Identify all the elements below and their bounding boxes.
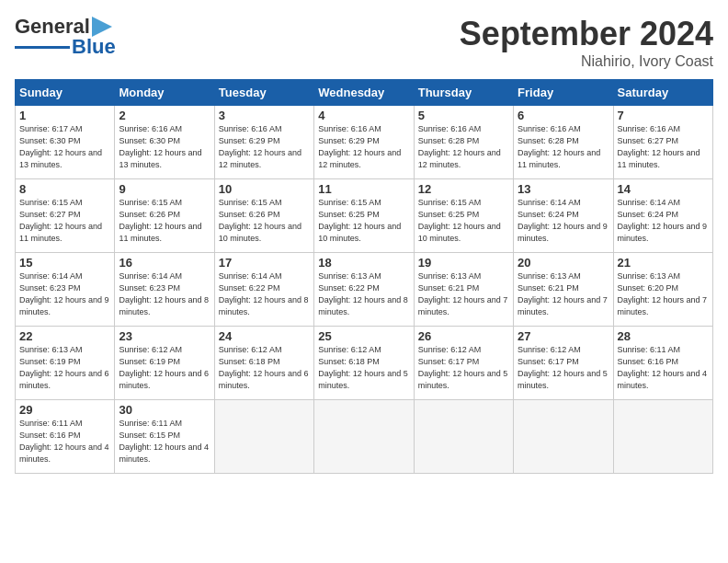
day-info: Sunrise: 6:12 AMSunset: 6:18 PMDaylight:… <box>219 344 310 392</box>
day-number: 20 <box>518 256 609 270</box>
day-number: 22 <box>19 329 110 343</box>
day-cell: 13Sunrise: 6:14 AMSunset: 6:24 PMDayligh… <box>514 179 613 253</box>
day-cell: 25Sunrise: 6:12 AMSunset: 6:18 PMDayligh… <box>314 327 414 400</box>
col-header-sunday: Sunday <box>16 80 115 106</box>
day-number: 14 <box>618 182 709 196</box>
day-info: Sunrise: 6:15 AMSunset: 6:27 PMDaylight:… <box>19 197 110 245</box>
day-number: 16 <box>119 256 210 270</box>
day-info: Sunrise: 6:13 AMSunset: 6:20 PMDaylight:… <box>618 270 709 318</box>
day-cell: 5Sunrise: 6:16 AMSunset: 6:28 PMDaylight… <box>414 106 513 179</box>
day-info: Sunrise: 6:16 AMSunset: 6:28 PMDaylight:… <box>518 123 609 171</box>
week-row-3: 15Sunrise: 6:14 AMSunset: 6:23 PMDayligh… <box>16 253 713 327</box>
day-number: 5 <box>418 109 509 122</box>
day-cell <box>613 400 712 474</box>
day-cell: 26Sunrise: 6:12 AMSunset: 6:17 PMDayligh… <box>414 327 513 400</box>
day-number: 7 <box>618 109 709 122</box>
day-cell: 21Sunrise: 6:13 AMSunset: 6:20 PMDayligh… <box>613 253 712 327</box>
day-info: Sunrise: 6:11 AMSunset: 6:16 PMDaylight:… <box>618 344 709 392</box>
day-cell <box>314 400 414 474</box>
day-info: Sunrise: 6:13 AMSunset: 6:22 PMDaylight:… <box>318 270 409 318</box>
day-info: Sunrise: 6:15 AMSunset: 6:25 PMDaylight:… <box>318 197 409 245</box>
day-info: Sunrise: 6:15 AMSunset: 6:26 PMDaylight:… <box>219 197 310 245</box>
day-cell <box>414 400 513 474</box>
day-cell: 16Sunrise: 6:14 AMSunset: 6:23 PMDayligh… <box>115 253 214 327</box>
day-number: 27 <box>518 329 609 343</box>
day-info: Sunrise: 6:12 AMSunset: 6:18 PMDaylight:… <box>318 344 409 392</box>
day-info: Sunrise: 6:16 AMSunset: 6:29 PMDaylight:… <box>318 123 409 171</box>
day-number: 24 <box>219 329 310 343</box>
day-number: 28 <box>618 329 709 343</box>
day-number: 6 <box>518 109 609 122</box>
day-cell: 9Sunrise: 6:15 AMSunset: 6:26 PMDaylight… <box>115 179 214 253</box>
day-number: 17 <box>219 256 310 270</box>
calendar-table: SundayMondayTuesdayWednesdayThursdayFrid… <box>15 79 713 474</box>
day-number: 30 <box>119 403 210 417</box>
day-cell: 30Sunrise: 6:11 AMSunset: 6:15 PMDayligh… <box>115 400 214 474</box>
week-row-2: 8Sunrise: 6:15 AMSunset: 6:27 PMDaylight… <box>16 179 713 253</box>
day-info: Sunrise: 6:17 AMSunset: 6:30 PMDaylight:… <box>19 123 110 171</box>
col-header-saturday: Saturday <box>613 80 712 106</box>
day-cell: 3Sunrise: 6:16 AMSunset: 6:29 PMDaylight… <box>214 106 313 179</box>
day-number: 10 <box>219 182 310 196</box>
location: Niahirio, Ivory Coast <box>460 53 713 70</box>
day-number: 11 <box>318 182 409 196</box>
day-number: 23 <box>119 329 210 343</box>
day-info: Sunrise: 6:12 AMSunset: 6:17 PMDaylight:… <box>418 344 509 392</box>
day-number: 26 <box>418 329 509 343</box>
day-number: 21 <box>618 256 709 270</box>
day-number: 29 <box>19 403 110 417</box>
col-header-monday: Monday <box>115 80 214 106</box>
col-header-tuesday: Tuesday <box>214 80 313 106</box>
day-cell: 27Sunrise: 6:12 AMSunset: 6:17 PMDayligh… <box>514 327 613 400</box>
day-info: Sunrise: 6:16 AMSunset: 6:27 PMDaylight:… <box>618 123 709 171</box>
col-header-wednesday: Wednesday <box>314 80 414 106</box>
day-cell: 23Sunrise: 6:12 AMSunset: 6:19 PMDayligh… <box>115 327 214 400</box>
day-cell: 15Sunrise: 6:14 AMSunset: 6:23 PMDayligh… <box>16 253 115 327</box>
day-cell: 17Sunrise: 6:14 AMSunset: 6:22 PMDayligh… <box>214 253 313 327</box>
day-cell: 28Sunrise: 6:11 AMSunset: 6:16 PMDayligh… <box>613 327 712 400</box>
day-number: 4 <box>318 109 409 122</box>
day-info: Sunrise: 6:12 AMSunset: 6:19 PMDaylight:… <box>119 344 210 392</box>
day-cell: 19Sunrise: 6:13 AMSunset: 6:21 PMDayligh… <box>414 253 513 327</box>
day-number: 13 <box>518 182 609 196</box>
day-info: Sunrise: 6:13 AMSunset: 6:21 PMDaylight:… <box>418 270 509 318</box>
day-cell <box>514 400 613 474</box>
day-cell: 8Sunrise: 6:15 AMSunset: 6:27 PMDaylight… <box>16 179 115 253</box>
logo-blue: Blue <box>72 35 116 59</box>
day-info: Sunrise: 6:16 AMSunset: 6:28 PMDaylight:… <box>418 123 509 171</box>
svg-marker-0 <box>92 17 112 37</box>
day-number: 15 <box>19 256 110 270</box>
header-row: SundayMondayTuesdayWednesdayThursdayFrid… <box>16 80 713 106</box>
day-info: Sunrise: 6:15 AMSunset: 6:26 PMDaylight:… <box>119 197 210 245</box>
day-cell: 29Sunrise: 6:11 AMSunset: 6:16 PMDayligh… <box>16 400 115 474</box>
header: General Blue September 2024 Niahirio, Iv… <box>15 15 713 70</box>
day-cell: 18Sunrise: 6:13 AMSunset: 6:22 PMDayligh… <box>314 253 414 327</box>
logo-line <box>15 46 70 49</box>
day-info: Sunrise: 6:14 AMSunset: 6:23 PMDaylight:… <box>119 270 210 318</box>
day-cell <box>214 400 313 474</box>
day-info: Sunrise: 6:12 AMSunset: 6:17 PMDaylight:… <box>518 344 609 392</box>
day-number: 19 <box>418 256 509 270</box>
day-number: 12 <box>418 182 509 196</box>
day-info: Sunrise: 6:15 AMSunset: 6:25 PMDaylight:… <box>418 197 509 245</box>
day-number: 9 <box>119 182 210 196</box>
week-row-5: 29Sunrise: 6:11 AMSunset: 6:16 PMDayligh… <box>16 400 713 474</box>
day-info: Sunrise: 6:14 AMSunset: 6:23 PMDaylight:… <box>19 270 110 318</box>
day-cell: 7Sunrise: 6:16 AMSunset: 6:27 PMDaylight… <box>613 106 712 179</box>
col-header-thursday: Thursday <box>414 80 513 106</box>
day-number: 8 <box>19 182 110 196</box>
month-title: September 2024 <box>460 15 713 53</box>
day-number: 3 <box>219 109 310 122</box>
day-cell: 2Sunrise: 6:16 AMSunset: 6:30 PMDaylight… <box>115 106 214 179</box>
day-cell: 20Sunrise: 6:13 AMSunset: 6:21 PMDayligh… <box>514 253 613 327</box>
logo: General Blue <box>15 15 116 59</box>
day-info: Sunrise: 6:16 AMSunset: 6:30 PMDaylight:… <box>119 123 210 171</box>
page-container: General Blue September 2024 Niahirio, Iv… <box>0 0 728 481</box>
day-cell: 1Sunrise: 6:17 AMSunset: 6:30 PMDaylight… <box>16 106 115 179</box>
day-number: 2 <box>119 109 210 122</box>
day-info: Sunrise: 6:11 AMSunset: 6:15 PMDaylight:… <box>119 418 210 465</box>
day-cell: 11Sunrise: 6:15 AMSunset: 6:25 PMDayligh… <box>314 179 414 253</box>
day-cell: 22Sunrise: 6:13 AMSunset: 6:19 PMDayligh… <box>16 327 115 400</box>
col-header-friday: Friday <box>514 80 613 106</box>
day-number: 1 <box>19 109 110 122</box>
